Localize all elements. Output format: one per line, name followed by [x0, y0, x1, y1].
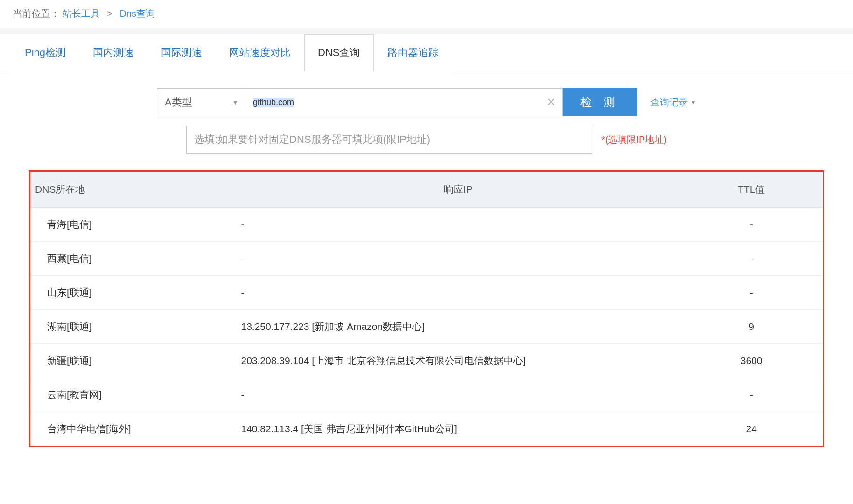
table-header-row: DNS所在地 响应IP TTL值	[30, 172, 823, 208]
breadcrumb-link-dns[interactable]: Dns查询	[119, 8, 155, 19]
breadcrumb-label: 当前位置：	[13, 8, 60, 19]
domain-input-wrap: github.com ✕	[245, 88, 563, 116]
results-table: DNS所在地 响应IP TTL值 青海[电信]--西藏[电信]--山东[联通]-…	[30, 172, 823, 446]
table-row: 青海[电信]--	[30, 208, 823, 242]
cell-ip: -	[236, 208, 680, 242]
chevron-down-icon: ▼	[691, 99, 696, 105]
cell-ip: 13.250.177.223 [新加坡 Amazon数据中心]	[236, 310, 680, 344]
header-location: DNS所在地	[30, 172, 236, 208]
record-type-value: A类型	[165, 95, 192, 109]
results-section: DNS所在地 响应IP TTL值 青海[电信]--西藏[电信]--山东[联通]-…	[0, 170, 853, 449]
clear-input-button[interactable]: ✕	[546, 96, 556, 109]
tab-intl-speed[interactable]: 国际测速	[147, 34, 216, 71]
record-type-select[interactable]: A类型 ▼	[157, 88, 245, 116]
cell-ip: 140.82.113.4 [美国 弗吉尼亚州阿什本GitHub公司]	[236, 412, 680, 446]
history-link[interactable]: 查询记录 ▼	[650, 96, 696, 109]
header-ttl: TTL值	[680, 172, 823, 208]
cell-ttl: -	[680, 378, 823, 412]
breadcrumb-sep: >	[107, 8, 112, 19]
section-divider	[0, 28, 853, 34]
tab-domestic-speed[interactable]: 国内测速	[79, 34, 147, 71]
cell-location: 云南[教育网]	[30, 378, 236, 412]
header-ip: 响应IP	[236, 172, 680, 208]
cell-ip: -	[236, 378, 680, 412]
submit-button[interactable]: 检 测	[563, 88, 637, 116]
tab-ping[interactable]: Ping检测	[11, 34, 79, 71]
cell-location: 西藏[电信]	[30, 242, 236, 276]
table-row: 云南[教育网]--	[30, 378, 823, 412]
cell-ttl: 9	[680, 310, 823, 344]
domain-input[interactable]: github.com	[253, 98, 294, 107]
cell-location: 山东[联通]	[30, 276, 236, 310]
tab-traceroute[interactable]: 路由器追踪	[374, 34, 452, 71]
dns-server-input[interactable]	[186, 126, 592, 154]
cell-ttl: -	[680, 242, 823, 276]
cell-ttl: 24	[680, 412, 823, 446]
cell-ttl: -	[680, 208, 823, 242]
tab-dns-query[interactable]: DNS查询	[304, 34, 373, 71]
tab-bar: Ping检测 国内测速 国际测速 网站速度对比 DNS查询 路由器追踪	[0, 34, 853, 71]
dns-server-row: *(选填限IP地址)	[0, 126, 853, 154]
breadcrumb: 当前位置： 站长工具 > Dns查询	[0, 0, 853, 28]
dns-note: *(选填限IP地址)	[601, 133, 667, 146]
table-row: 台湾中华电信[海外]140.82.113.4 [美国 弗吉尼亚州阿什本GitHu…	[30, 412, 823, 446]
results-highlight-box: DNS所在地 响应IP TTL值 青海[电信]--西藏[电信]--山东[联通]-…	[29, 170, 824, 447]
tab-site-compare[interactable]: 网站速度对比	[216, 34, 304, 71]
cell-location: 湖南[联通]	[30, 310, 236, 344]
chevron-down-icon: ▼	[232, 98, 238, 106]
cell-location: 新疆[联通]	[30, 344, 236, 378]
table-row: 西藏[电信]--	[30, 242, 823, 276]
table-row: 新疆[联通]203.208.39.104 [上海市 北京谷翔信息技术有限公司电信…	[30, 344, 823, 378]
cell-ttl: -	[680, 276, 823, 310]
close-icon: ✕	[546, 96, 556, 108]
cell-location: 台湾中华电信[海外]	[30, 412, 236, 446]
cell-ip: -	[236, 242, 680, 276]
breadcrumb-link-tools[interactable]: 站长工具	[63, 8, 100, 19]
cell-location: 青海[电信]	[30, 208, 236, 242]
query-row: A类型 ▼ github.com ✕ 检 测 查询记录 ▼	[0, 88, 853, 116]
history-link-label: 查询记录	[650, 96, 688, 109]
cell-ip: -	[236, 276, 680, 310]
table-row: 湖南[联通]13.250.177.223 [新加坡 Amazon数据中心]9	[30, 310, 823, 344]
table-row: 山东[联通]--	[30, 276, 823, 310]
cell-ip: 203.208.39.104 [上海市 北京谷翔信息技术有限公司电信数据中心]	[236, 344, 680, 378]
cell-ttl: 3600	[680, 344, 823, 378]
